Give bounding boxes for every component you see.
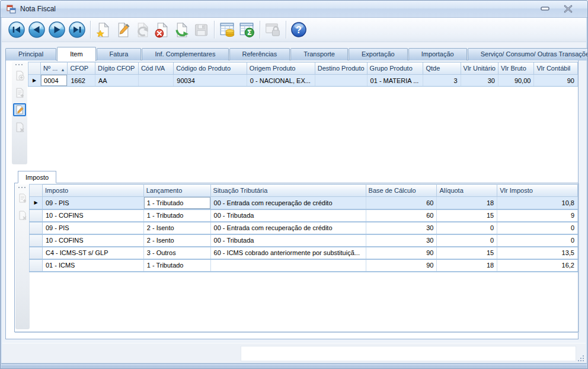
- cell[interactable]: [138, 75, 173, 87]
- column-header[interactable]: Situação Tributária: [210, 184, 366, 197]
- delete-document-button[interactable]: [152, 20, 171, 40]
- nav-last-button[interactable]: [67, 20, 87, 40]
- nav-previous-button[interactable]: [27, 20, 46, 40]
- help-button[interactable]: ?: [289, 20, 308, 40]
- cell[interactable]: 18: [437, 259, 497, 272]
- cell[interactable]: 30: [366, 222, 437, 234]
- cell[interactable]: 13,5: [497, 247, 578, 259]
- minimize-button[interactable]: [540, 4, 551, 14]
- cell[interactable]: 10,8: [497, 197, 578, 209]
- column-header[interactable]: Vlr Bruto: [498, 62, 533, 75]
- table-row[interactable]: ▶00041662AA900340 - NACIONAL, EX...01 - …: [28, 75, 578, 87]
- cell[interactable]: 90: [534, 75, 578, 87]
- table-row[interactable]: C4 - ICMS-ST s/ GLP3 - Outros60 - ICMS c…: [30, 247, 578, 259]
- cell[interactable]: 00 - Entrada com recuperação de crédito: [210, 197, 366, 209]
- tab-transporte[interactable]: Transporte: [290, 48, 348, 61]
- financial-records-button[interactable]: [218, 20, 237, 40]
- column-header[interactable]: Alíquota: [437, 184, 497, 197]
- column-header[interactable]: Vlr Unitário: [461, 62, 498, 75]
- item-insert-button[interactable]: [13, 86, 26, 99]
- cell[interactable]: 9: [497, 209, 578, 222]
- tab-importa-o[interactable]: Importação: [408, 48, 467, 61]
- cell[interactable]: 18: [437, 197, 497, 209]
- resize-grip[interactable]: [577, 354, 584, 361]
- edit-document-button[interactable]: [113, 20, 132, 40]
- item-delete-button[interactable]: [13, 120, 26, 133]
- cell[interactable]: 1 - Tributado: [143, 259, 210, 272]
- cell[interactable]: AA: [95, 75, 139, 87]
- lock-button[interactable]: [263, 20, 282, 40]
- cell[interactable]: 60: [366, 197, 437, 209]
- cell[interactable]: 0 - NACIONAL, EX...: [247, 75, 315, 87]
- tab-exporta-o[interactable]: Exportação: [349, 48, 408, 61]
- nav-first-button[interactable]: [7, 20, 26, 40]
- table-row[interactable]: 10 - COFINS2 - Isento00 - Tributada3000: [30, 234, 578, 247]
- item-add-button[interactable]: [13, 69, 26, 82]
- column-header[interactable]: Dígito CFOP: [95, 62, 139, 75]
- toolbar-grip[interactable]: [15, 63, 24, 66]
- nav-next-button[interactable]: [47, 20, 66, 40]
- cell[interactable]: 30: [461, 75, 498, 87]
- cell[interactable]: 16,2: [497, 259, 578, 272]
- cell[interactable]: 1662: [68, 75, 95, 87]
- column-header[interactable]: Qtde: [423, 62, 461, 75]
- column-header[interactable]: Código do Produto: [174, 62, 247, 75]
- undo-button[interactable]: [133, 20, 152, 40]
- column-header[interactable]: CFOP: [68, 62, 95, 75]
- cell[interactable]: 0004: [41, 75, 68, 87]
- cell[interactable]: 90034: [174, 75, 247, 87]
- cell[interactable]: 0: [437, 222, 497, 234]
- totals-button[interactable]: Σ: [237, 20, 256, 40]
- toolbar-grip[interactable]: [18, 186, 27, 189]
- cell[interactable]: 2 - Isento: [143, 222, 210, 234]
- cell[interactable]: 90: [366, 259, 437, 272]
- cell[interactable]: 60: [366, 209, 437, 222]
- table-row[interactable]: ▶09 - PIS1 - Tributado00 - Entrada com r…: [30, 197, 578, 209]
- tab-item[interactable]: Item: [57, 47, 95, 61]
- tab-servi-o-consumo-outras-transa-es[interactable]: Serviço/ Consumo/ Outras Transações: [468, 48, 588, 61]
- imposto-delete-button[interactable]: [16, 209, 29, 222]
- cell[interactable]: 01 - ICMS: [42, 259, 143, 272]
- new-document-button[interactable]: [94, 20, 113, 40]
- cell[interactable]: 09 - PIS: [42, 222, 143, 234]
- cell[interactable]: 0: [497, 222, 578, 234]
- cell[interactable]: 00 - Tributada: [210, 234, 366, 247]
- tab-fatura[interactable]: Fatura: [97, 48, 142, 61]
- tab-inf-complementares[interactable]: Inf. Complementares: [142, 48, 228, 61]
- column-header[interactable]: Imposto: [42, 184, 143, 197]
- tab-imposto[interactable]: Imposto: [18, 171, 56, 183]
- column-header[interactable]: Nº ...▲: [41, 62, 68, 75]
- close-button[interactable]: [563, 4, 573, 14]
- cell[interactable]: 15: [437, 209, 497, 222]
- cell[interactable]: 3: [423, 75, 461, 87]
- cell[interactable]: 90: [366, 247, 437, 259]
- item-edit-button[interactable]: [13, 103, 26, 116]
- cell[interactable]: 1 - Tributado: [143, 197, 210, 209]
- cell[interactable]: 00 - Entrada com recuperação de crédito: [210, 222, 366, 234]
- cell[interactable]: 0: [437, 234, 497, 247]
- cell[interactable]: 2 - Isento: [143, 234, 210, 247]
- table-row[interactable]: 10 - COFINS1 - Tributado00 - Tributada60…: [30, 209, 578, 222]
- column-header[interactable]: Grupo Produto: [367, 62, 423, 75]
- cell[interactable]: 15: [437, 247, 497, 259]
- cell[interactable]: 01 - MATERIA ...: [367, 75, 423, 87]
- cell[interactable]: 09 - PIS: [42, 197, 143, 209]
- cell[interactable]: 60 - ICMS cobrado anteriormente por subs…: [210, 247, 366, 259]
- column-header[interactable]: Cód IVA: [138, 62, 173, 75]
- column-header[interactable]: Vlr Imposto: [497, 184, 578, 197]
- cell[interactable]: 10 - COFINS: [42, 234, 143, 247]
- tab-refer-ncias[interactable]: Referências: [229, 48, 290, 61]
- cell[interactable]: 30: [366, 234, 437, 247]
- column-header[interactable]: Lançamento: [143, 184, 210, 197]
- column-header[interactable]: Base de Cálculo: [366, 184, 437, 197]
- column-header[interactable]: Origem Produto: [247, 62, 315, 75]
- cell[interactable]: 90,00: [498, 75, 533, 87]
- confirm-revert-button[interactable]: [172, 20, 191, 40]
- column-header[interactable]: Destino Produto: [315, 62, 367, 75]
- cell[interactable]: 10 - COFINS: [42, 209, 143, 222]
- tab-principal[interactable]: Principal: [5, 48, 56, 61]
- table-row[interactable]: 01 - ICMS1 - Tributado901816,2: [30, 259, 578, 272]
- cell[interactable]: 0: [497, 234, 578, 247]
- table-row[interactable]: 09 - PIS2 - Isento00 - Entrada com recup…: [30, 222, 578, 234]
- cell[interactable]: 1 - Tributado: [143, 209, 210, 222]
